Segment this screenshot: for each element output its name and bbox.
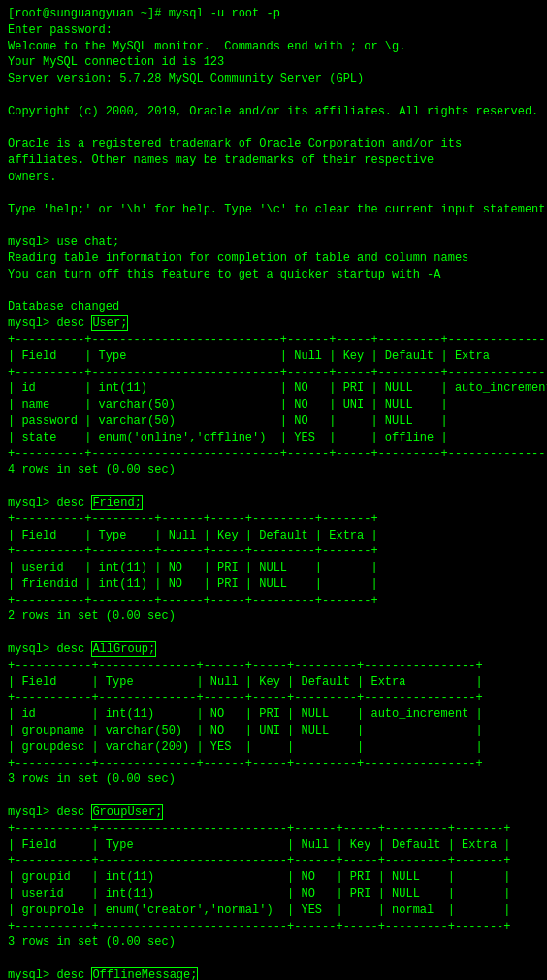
friend-row-count: 2 rows in set (0.00 sec) [8,609,176,623]
user-row-count: 4 rows in set (0.00 sec) [8,463,176,476]
user-row-state: | state | enum('online','offline') | YES… [8,431,547,444]
desc-friend-cmd: mysql> desc Friend; [8,495,143,510]
friend-table-header: | Field | Type | Null | Key | Default | … [8,529,378,542]
allgroup-row-groupdesc: | groupdesc | varchar(200) | YES | | | | [8,740,483,754]
groupuser-row-count: 3 rows in set (0.00 sec) [8,935,176,949]
desc-groupuser-cmd: mysql> desc GroupUser; [8,804,163,820]
user-table-border1: +----------+---------------------------+… [8,333,547,346]
user-row-id: | id | int(11) | NO | PRI | NULL | auto_… [8,381,547,395]
user-row-name: | name | varchar(50) | NO | UNI | NULL |… [8,398,547,411]
desc-user-cmd: mysql> desc User; [8,315,128,331]
server-version: Server version: 5.7.28 MySQL Community S… [8,72,364,85]
db-changed: Database changed [8,300,119,313]
enter-password: Enter password: [8,23,119,37]
allgroup-table-border3: +-----------+--------------+------+-----… [8,757,483,770]
connection-id: Your MySQL connection id is 123 [8,55,224,69]
user-row-password: | password | varchar(50) | NO | | NULL |… [8,414,547,428]
allgroup-row-groupname: | groupname | varchar(50) | NO | UNI | N… [8,724,483,737]
user-table-border2: +----------+---------------------------+… [8,366,547,379]
allgroup-row-id: | id | int(11) | NO | PRI | NULL | auto_… [8,707,483,721]
terminal-output: [root@sunguangyuan ~]# mysql -u root -p … [8,6,539,980]
groupuser-table-header: | Field | Type | Null | Key | Default | … [8,838,510,852]
friend-row-friendid: | friendid | int(11) | NO | PRI | NULL |… [8,577,378,591]
desc-offlinemessage-cmd: mysql> desc OfflineMessage; [8,967,198,980]
groupuser-table-border2: +-----------+---------------------------… [8,854,510,867]
friend-table-border2: +----------+---------+------+-----+-----… [8,544,378,558]
groupuser-row-userid: | userid | int(11) | NO | PRI | NULL | | [8,887,510,900]
friend-table-border3: +----------+---------+------+-----+-----… [8,594,378,607]
allgroup-table-border1: +-----------+--------------+------+-----… [8,659,483,672]
help-hint: Type 'help;' or '\h' for help. Type '\c'… [8,203,547,216]
desc-allgroup-cmd: mysql> desc AllGroup; [8,641,156,657]
use-chat-cmd: mysql> use chat; [8,235,119,248]
reading-table: Reading table information for completion… [8,251,468,281]
welcome-msg: Welcome to the MySQL monitor. Commands e… [8,40,405,53]
groupuser-row-grouprole: | grouprole | enum('creator','normal') |… [8,903,510,917]
allgroup-table-border2: +-----------+--------------+------+-----… [8,691,483,704]
friend-row-userid: | userid | int(11) | NO | PRI | NULL | | [8,561,378,574]
groupuser-table-border1: +-----------+---------------------------… [8,822,510,835]
friend-table-border1: +----------+---------+------+-----+-----… [8,512,378,526]
groupuser-table-border3: +-----------+---------------------------… [8,920,510,933]
groupuser-row-groupid: | groupid | int(11) | NO | PRI | NULL | … [8,870,510,884]
allgroup-row-count: 3 rows in set (0.00 sec) [8,772,176,786]
user-table-header: | Field | Type | Null | Key | Default | … [8,349,547,363]
user-table-border3: +----------+---------------------------+… [8,447,547,461]
allgroup-table-header: | Field | Type | Null | Key | Default | … [8,675,483,689]
copyright: Copyright (c) 2000, 2019, Oracle and/or … [8,105,538,118]
oracle-trademark: Oracle is a registered trademark of Orac… [8,137,462,183]
command-line: [root@sunguangyuan ~]# mysql -u root -p [8,7,280,20]
